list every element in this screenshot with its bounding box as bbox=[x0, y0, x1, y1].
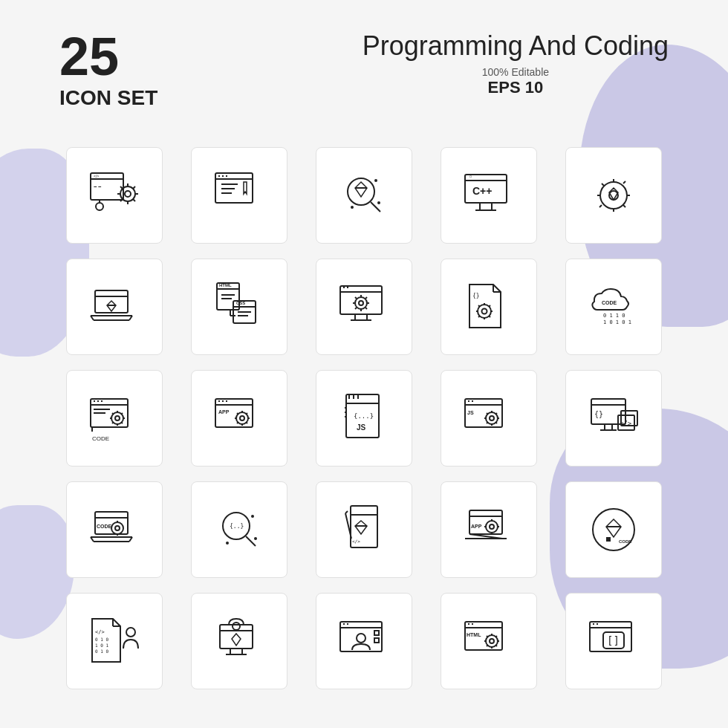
icon-search-diamond[interactable] bbox=[316, 147, 412, 244]
svg-line-249 bbox=[495, 636, 497, 637]
svg-line-163 bbox=[495, 413, 497, 415]
svg-rect-234 bbox=[374, 638, 379, 643]
icon-html-css[interactable]: HTML CSS bbox=[191, 259, 287, 355]
svg-text:{}: {} bbox=[594, 410, 603, 418]
svg-line-84 bbox=[355, 297, 357, 299]
icon-file-code-person[interactable]: </> 0 1 0 1 0 1 0 1 0 bbox=[66, 593, 163, 689]
svg-line-46 bbox=[623, 205, 625, 207]
svg-line-193 bbox=[345, 511, 348, 513]
svg-line-99 bbox=[478, 316, 480, 317]
icon-monitor-gear[interactable] bbox=[316, 259, 412, 355]
svg-text:0 1 0: 0 1 0 bbox=[95, 649, 108, 654]
svg-line-160 bbox=[487, 413, 488, 415]
svg-line-135 bbox=[237, 413, 238, 415]
icon-browser-gear[interactable]: CODE bbox=[66, 370, 163, 467]
icon-web-bookmark[interactable] bbox=[191, 147, 287, 244]
svg-line-247 bbox=[495, 645, 497, 646]
svg-text:CODE: CODE bbox=[92, 435, 109, 442]
icon-search-code-circle[interactable]: {..} bbox=[191, 481, 287, 578]
svg-line-162 bbox=[487, 422, 488, 423]
svg-point-31 bbox=[377, 201, 380, 204]
icon-pen-diamond-file[interactable]: </> bbox=[316, 481, 412, 578]
svg-marker-194 bbox=[355, 521, 367, 534]
svg-point-5 bbox=[125, 191, 131, 197]
svg-text:</>: </> bbox=[95, 629, 105, 635]
svg-line-138 bbox=[246, 413, 247, 415]
svg-line-100 bbox=[489, 305, 490, 307]
icon-laptop-diamond[interactable] bbox=[66, 259, 163, 355]
svg-point-14 bbox=[96, 203, 103, 210]
svg-text:JS: JS bbox=[467, 410, 474, 415]
editable-label: 100% Editable bbox=[363, 66, 669, 78]
svg-text:CSS: CSS bbox=[236, 301, 245, 305]
icon-browser-ux[interactable] bbox=[316, 593, 412, 689]
svg-line-120 bbox=[121, 413, 123, 415]
svg-point-241 bbox=[490, 639, 494, 643]
icon-cloud-code[interactable]: CODE 0 1 1 0 1 0 1 0 1 bbox=[565, 259, 662, 355]
svg-text:‒ ‒: ‒ ‒ bbox=[94, 183, 102, 189]
svg-marker-226 bbox=[232, 634, 241, 646]
svg-text:{..}: {..} bbox=[230, 523, 244, 530]
svg-point-189 bbox=[254, 537, 257, 540]
icon-app-gear2[interactable]: APP bbox=[441, 481, 537, 578]
svg-text:APP: APP bbox=[218, 409, 230, 415]
svg-line-47 bbox=[623, 181, 625, 183]
icon-browser-bracket[interactable]: [] bbox=[565, 593, 662, 689]
svg-line-119 bbox=[112, 422, 114, 423]
icon-app-gear[interactable]: APP bbox=[191, 370, 287, 467]
icon-circle-diamond-code[interactable]: CODE bbox=[565, 481, 662, 578]
icon-web-code-settings[interactable]: </> ‒ ‒ bbox=[66, 147, 163, 244]
svg-line-13 bbox=[133, 186, 135, 189]
icon-cpp-monitor[interactable]: ○ C++ bbox=[441, 147, 537, 244]
svg-line-137 bbox=[237, 422, 238, 423]
svg-text:[]: [] bbox=[607, 634, 620, 646]
svg-line-98 bbox=[489, 316, 490, 317]
icon-gear-diamond[interactable] bbox=[565, 147, 662, 244]
icon-grid: </> ‒ ‒ bbox=[0, 132, 728, 704]
icon-laptop-code-gear[interactable]: CODE bbox=[66, 481, 163, 578]
svg-point-203 bbox=[490, 524, 494, 529]
svg-text:0 1 1 0: 0 1 1 0 bbox=[603, 313, 625, 319]
svg-line-185 bbox=[246, 536, 256, 546]
svg-point-30 bbox=[374, 179, 377, 182]
svg-text:CODE: CODE bbox=[602, 300, 617, 305]
header-right: Programming And Coding 100% Editable EPS… bbox=[363, 30, 669, 97]
svg-line-10 bbox=[120, 186, 123, 189]
svg-line-97 bbox=[478, 305, 480, 307]
svg-point-130 bbox=[240, 416, 244, 420]
icon-count: 25 bbox=[59, 30, 157, 83]
svg-line-161 bbox=[495, 422, 497, 423]
svg-point-219 bbox=[126, 628, 135, 637]
icon-browser-html-gear[interactable]: HTML bbox=[441, 593, 537, 689]
icon-monitor-code-layers[interactable]: {} </> bbox=[565, 370, 662, 467]
svg-text:</>: </> bbox=[94, 174, 99, 178]
svg-point-79 bbox=[359, 301, 363, 305]
svg-text:CODE: CODE bbox=[619, 539, 631, 544]
svg-point-225 bbox=[233, 623, 240, 630]
svg-point-29 bbox=[351, 206, 354, 209]
icon-file-gear[interactable]: {} bbox=[441, 259, 537, 355]
svg-point-208 bbox=[593, 509, 634, 550]
svg-text:0 1 0: 0 1 0 bbox=[95, 637, 108, 642]
svg-text:1 0 1 0 1: 1 0 1 0 1 bbox=[603, 319, 631, 325]
svg-line-248 bbox=[487, 645, 488, 646]
svg-point-188 bbox=[251, 515, 254, 518]
svg-line-85 bbox=[365, 308, 367, 309]
svg-line-87 bbox=[365, 297, 367, 299]
svg-point-78 bbox=[355, 297, 367, 309]
svg-point-112 bbox=[115, 416, 120, 420]
svg-point-231 bbox=[357, 634, 365, 643]
icon-browser-js-gear[interactable]: JS bbox=[441, 370, 537, 467]
icon-js-notebook[interactable]: {...} JS bbox=[316, 370, 412, 467]
svg-rect-211 bbox=[606, 537, 611, 542]
svg-text:C++: C++ bbox=[472, 185, 492, 197]
svg-text:{}: {} bbox=[472, 293, 480, 299]
svg-text:</>: </> bbox=[352, 539, 360, 544]
svg-text:○: ○ bbox=[469, 174, 472, 178]
svg-line-45 bbox=[602, 183, 604, 186]
svg-text:JS: JS bbox=[357, 423, 366, 432]
svg-text:HTML: HTML bbox=[219, 283, 232, 287]
svg-line-118 bbox=[121, 422, 123, 423]
icon-person-diamond-monitor[interactable] bbox=[191, 593, 287, 689]
svg-text:APP: APP bbox=[471, 524, 482, 529]
